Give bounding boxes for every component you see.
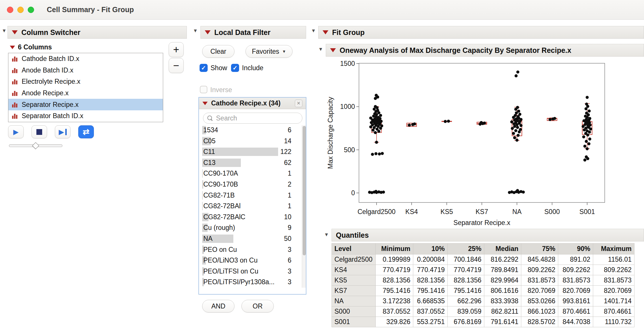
close-button[interactable] <box>7 7 13 13</box>
filter-value-row[interactable]: CC90-170B2 <box>199 179 302 190</box>
scrollbar-thumb[interactable] <box>303 126 306 255</box>
filter-value-row[interactable]: C11122 <box>199 146 302 157</box>
histogram-icon <box>11 78 18 85</box>
filter-value-row[interactable]: CC90-170A1 <box>199 168 302 179</box>
column-list-item[interactable]: Separator Batch ID.x <box>8 110 163 122</box>
quantiles-col-header: Maximum <box>593 243 634 254</box>
disclosure-triangle-icon[interactable]: ▼ <box>318 47 323 52</box>
filter-value-label: 1534 <box>203 126 218 134</box>
filter-search-box <box>203 113 302 124</box>
filter-value-count: 1 <box>288 191 291 199</box>
column-list-item[interactable]: Electrolyte Recipe.x <box>8 76 163 88</box>
svg-text:KS7: KS7 <box>476 208 488 215</box>
red-triangle-menu-icon[interactable] <box>10 46 15 49</box>
quantiles-row: KS4770.4719770.4719770.4719789.8491809.2… <box>332 265 634 275</box>
quantiles-col-header: 90% <box>558 243 593 254</box>
slider-thumb[interactable] <box>32 142 39 149</box>
filter-value-row[interactable]: CG82-72BAlC10 <box>199 212 302 223</box>
filter-value-row[interactable]: CG82-72BAl1 <box>199 201 302 212</box>
inverse-checkbox[interactable] <box>200 86 207 93</box>
or-button[interactable]: OR <box>241 300 274 313</box>
play-button[interactable]: ▶ <box>8 125 24 138</box>
filter-value-count: 1 <box>288 170 291 177</box>
quantiles-col-header: 10% <box>413 243 448 254</box>
filter-frequency-bar <box>202 202 203 210</box>
show-checkbox[interactable]: ✓ <box>200 64 208 72</box>
column-switcher-title: Column Switcher <box>21 28 80 37</box>
quantiles-col-header: Level <box>332 243 376 254</box>
disclosure-triangle-icon[interactable]: ▼ <box>2 28 7 33</box>
filter-frequency-bar <box>202 191 203 200</box>
step-button[interactable]: ▶ <box>55 125 70 138</box>
remove-column-button[interactable]: − <box>169 58 184 73</box>
search-input[interactable] <box>216 114 288 122</box>
minimize-button[interactable] <box>17 7 24 13</box>
filter-value-row[interactable]: NA50 <box>199 233 302 244</box>
add-column-button[interactable]: + <box>169 42 184 57</box>
filter-value-row[interactable]: CG82-71B1 <box>199 190 302 201</box>
histogram-icon <box>11 55 18 62</box>
filter-value-count: 62 <box>284 159 291 167</box>
filter-value-row[interactable]: Cu (rough)9 <box>199 222 302 233</box>
quantiles-header: Quantiles <box>332 229 644 241</box>
disclosure-triangle-icon[interactable]: ▼ <box>311 28 316 33</box>
filter-value-row[interactable]: PEO on Cu3 <box>199 244 302 255</box>
and-button[interactable]: AND <box>202 300 234 313</box>
include-label: Include <box>242 64 263 72</box>
svg-text:S000: S000 <box>544 208 560 215</box>
clear-button[interactable]: Clear <box>202 45 234 58</box>
quantiles-row: S001329.826553.2751676.8169791.6141828.5… <box>332 317 634 327</box>
red-triangle-menu-icon[interactable] <box>205 30 211 34</box>
close-filter-button[interactable]: ✕ <box>295 100 302 107</box>
column-list-item[interactable]: Anode Recipe.x <box>8 88 163 99</box>
filter-value-count: 3 <box>288 267 291 275</box>
quantiles-table: LevelMinimum10%25%Median75%90%MaximumCel… <box>332 243 634 327</box>
red-triangle-menu-icon[interactable] <box>330 48 336 52</box>
filter-value-row[interactable]: C1362 <box>199 157 302 168</box>
quantiles-row: KS7795.1416795.1416795.1416806.1616820.7… <box>332 286 634 296</box>
oneway-header: Oneway Analysis of Max Discharge Capacit… <box>326 44 644 57</box>
disclosure-triangle-icon[interactable]: ▼ <box>193 28 198 33</box>
filter-value-row[interactable]: PEO/LiNO3 on Cu6 <box>199 255 302 266</box>
favorites-button[interactable]: Favorites ▼ <box>245 45 293 58</box>
filter-value-row[interactable]: PEO/LiTFSI/Pyr1308a...3 <box>199 277 302 288</box>
column-list: Cathode Batch ID.xAnode Batch ID.xElectr… <box>8 53 163 122</box>
filter-value-label: C05 <box>203 137 215 145</box>
include-checkbox[interactable]: ✓ <box>231 64 239 72</box>
switcher-controls: ▶ ▶ ⇄ <box>8 125 94 138</box>
filter-value-label: PEO/LiTFSI on Cu <box>203 267 258 275</box>
column-list-item[interactable]: Separator Recipe.x <box>8 99 163 110</box>
svg-text:Max Discharge Capacity: Max Discharge Capacity <box>327 97 334 169</box>
filter-value-count: 1 <box>288 202 291 210</box>
oneway-plot[interactable]: 050010001500Celgard2500KS4KS5KS7NAS000S0… <box>326 57 644 230</box>
zoom-button[interactable] <box>28 7 34 13</box>
columns-count-label: 6 Columns <box>18 43 52 51</box>
checkmark-icon: ✓ <box>233 64 238 71</box>
svg-text:500: 500 <box>344 146 355 154</box>
filter-value-count: 6 <box>288 126 291 134</box>
red-triangle-menu-icon[interactable] <box>202 102 208 105</box>
loop-button[interactable]: ⇄ <box>78 125 94 138</box>
play-icon: ▶ <box>13 129 18 135</box>
filter-scrollbar[interactable] <box>302 125 306 288</box>
column-list-item[interactable]: Anode Batch ID.x <box>8 65 163 76</box>
fit-group-header: Fit Group <box>318 26 644 39</box>
histogram-icon <box>11 90 18 97</box>
filter-value-row[interactable]: 15346 <box>199 125 302 136</box>
disclosure-triangle-icon[interactable]: ▼ <box>324 232 329 237</box>
filter-value-row[interactable]: PEO/LiTFSI on Cu3 <box>199 266 302 277</box>
svg-text:Celgard2500: Celgard2500 <box>358 208 396 215</box>
filter-value-row[interactable]: C0514 <box>199 136 302 147</box>
red-triangle-menu-icon[interactable] <box>12 30 18 34</box>
red-triangle-menu-icon[interactable] <box>323 30 328 34</box>
filter-value-label: Cu (rough) <box>203 224 235 232</box>
filter-frequency-bar <box>202 169 203 178</box>
column-name: Separator Batch ID.x <box>22 112 83 120</box>
quantiles-col-header: Minimum <box>376 243 413 254</box>
filter-column-header: Cathode Recipe.x (34) ✕ <box>199 98 306 109</box>
svg-text:KS5: KS5 <box>440 208 453 215</box>
filter-value-label: PEO/LiTFSI/Pyr1308a... <box>203 278 275 286</box>
column-list-item[interactable]: Cathode Batch ID.x <box>8 53 163 65</box>
svg-text:1500: 1500 <box>340 60 355 67</box>
stop-button[interactable] <box>31 125 47 138</box>
